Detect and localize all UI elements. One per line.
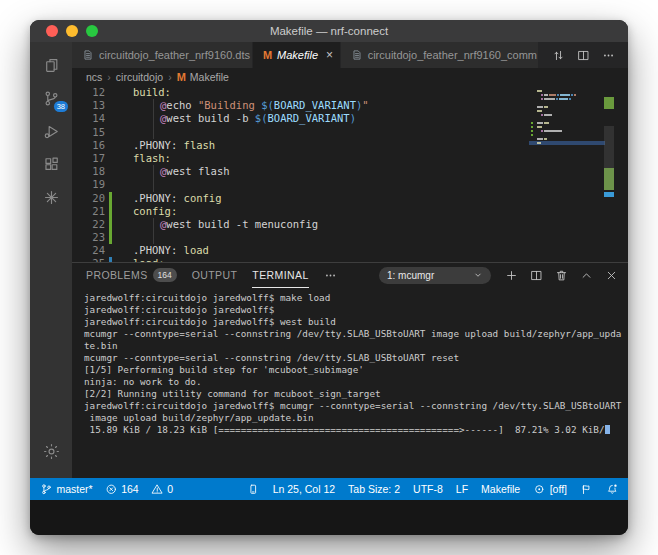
token: config — [184, 192, 222, 204]
close-tab-button[interactable]: × — [326, 48, 333, 62]
code-line-18[interactable]: 18@west flash — [72, 165, 628, 178]
titlebar[interactable]: Makefile — nrf-connect — [30, 20, 628, 42]
code-text: @west flash — [133, 165, 230, 178]
status-git-branch[interactable]: master* — [40, 483, 93, 496]
minimap[interactable] — [537, 90, 601, 146]
token: " — [362, 99, 368, 111]
zoom-window-button[interactable] — [86, 25, 98, 37]
tab-circuitdojo-feather-nrf9160-dts[interactable]: circuitdojo_feather_nrf9160.dts — [72, 42, 253, 68]
minimize-window-button[interactable] — [66, 25, 78, 37]
token: west build -b — [166, 112, 255, 124]
modified-marker — [109, 192, 112, 205]
overview-mark-blue — [604, 192, 614, 197]
token: flash: — [133, 152, 171, 164]
activity-item-extensions[interactable] — [30, 148, 72, 181]
close-window-button[interactable] — [46, 25, 58, 37]
code-text: config: — [133, 205, 177, 218]
terminal-picker[interactable]: 1: mcumgr — [379, 267, 491, 284]
activity-item-nrf-connect[interactable] — [30, 181, 72, 214]
problems-badge: 164 — [153, 268, 177, 282]
token: load: — [133, 257, 165, 262]
token: BOARD_VARIANT — [268, 112, 350, 124]
code-text: .PHONY: load — [133, 244, 209, 257]
terminal[interactable]: jaredwolff:circuitdojo jaredwolff$ make … — [72, 288, 628, 478]
tab-makefile[interactable]: MMakefile× — [253, 42, 341, 68]
flag-icon — [580, 483, 593, 496]
gutter-spacer — [109, 139, 112, 152]
status-device-status[interactable] — [247, 483, 260, 496]
split-editor-icon[interactable] — [577, 49, 590, 62]
status-encoding[interactable]: UTF-8 — [413, 483, 443, 495]
code-line-21[interactable]: 21config: — [72, 205, 628, 218]
status-language-mode[interactable]: Makefile — [481, 483, 520, 495]
vscode-window: Makefile — nrf-connect 38 circuitdojo_fe… — [30, 20, 628, 535]
tab-label: circuitdojo_feather_nrf9160.dts — [99, 49, 250, 61]
token: flash — [184, 139, 216, 151]
terminal-line: image upload build/zephyr/app_update.bin — [84, 412, 628, 424]
kill-terminal-icon[interactable] — [555, 269, 568, 282]
scrollbar[interactable] — [604, 126, 614, 190]
makefile-icon: M — [177, 71, 186, 83]
sync-icon[interactable] — [552, 49, 565, 62]
editor[interactable]: 12build:13@echo "Building $(BOARD_VARIAN… — [72, 86, 628, 262]
status-errors-count[interactable]: 164 — [105, 483, 139, 496]
code-line-19[interactable]: 19 — [72, 178, 628, 191]
code-line-25[interactable]: 25load: — [72, 257, 628, 262]
activity-item-settings[interactable] — [30, 435, 72, 468]
status-notifications[interactable] — [606, 483, 619, 496]
code-line-22[interactable]: 22@west build -t menuconfig — [72, 218, 628, 231]
token: .PHONY: — [133, 192, 184, 204]
code-line-17[interactable]: 17flash: — [72, 152, 628, 165]
breadcrumb-item-circuitdojo[interactable]: circuitdojo — [116, 71, 163, 83]
line-number: 25 — [72, 257, 105, 262]
new-terminal-icon[interactable] — [505, 269, 518, 282]
breadcrumb[interactable]: ncs›circuitdojo›MMakefile — [72, 68, 628, 86]
terminal-line: [1/5] Performing build step for 'mcuboot… — [84, 364, 628, 376]
status-bar: master*1640 Ln 25, Col 12Tab Size: 2UTF-… — [30, 478, 628, 500]
minimap-modified-mark — [531, 126, 533, 128]
gutter-spacer — [109, 86, 112, 99]
terminal-line: mcumgr --conntype=serial --connstring /d… — [84, 328, 628, 340]
cursor-line-marker — [109, 257, 112, 262]
terminal-line: jaredwolff:circuitdojo jaredwolff$ west … — [84, 316, 628, 328]
code-line-20[interactable]: 20.PHONY: config — [72, 192, 628, 205]
minimap-line — [537, 134, 601, 136]
activity-item-source-control[interactable]: 38 — [30, 82, 72, 115]
line-number: 22 — [72, 218, 105, 231]
line-number: 23 — [72, 231, 105, 244]
gutter-spacer — [109, 99, 112, 112]
status-warnings-count[interactable]: 0 — [151, 483, 173, 496]
tab-circuitdojo-feather-nrf9160-comm[interactable]: circuitdojo_feather_nrf9160_comm — [341, 42, 539, 68]
close-panel-icon[interactable] — [605, 269, 618, 282]
status-screencast-mode[interactable]: [off] — [533, 483, 567, 496]
status-cursor-position[interactable]: Ln 25, Col 12 — [273, 483, 335, 495]
status-label: 164 — [121, 483, 139, 495]
status-label: Makefile — [481, 483, 520, 495]
split-terminal-icon[interactable] — [530, 269, 543, 282]
terminal-line: ninja: no work to do. — [84, 376, 628, 388]
overview-mark-green — [604, 97, 614, 109]
activity-item-explorer[interactable] — [30, 49, 72, 82]
breadcrumb-item-ncs[interactable]: ncs — [86, 71, 102, 83]
status-indentation[interactable]: Tab Size: 2 — [348, 483, 400, 495]
indent-guide — [153, 218, 154, 231]
panel-tab-output[interactable]: OUTPUT — [192, 263, 238, 288]
panel-tab-terminal[interactable]: TERMINAL — [252, 263, 308, 288]
terminal-cursor — [605, 425, 610, 434]
maximize-panel-icon[interactable] — [580, 269, 593, 282]
status-label: UTF-8 — [413, 483, 443, 495]
more-actions-icon[interactable] — [602, 49, 615, 62]
tab-bar: circuitdojo_feather_nrf9160.dtsMMakefile… — [72, 42, 628, 68]
code-line-24[interactable]: 24.PHONY: load — [72, 244, 628, 257]
panel-tab-problems[interactable]: PROBLEMS164 — [86, 263, 177, 288]
nrf-connect-icon — [43, 189, 60, 206]
breadcrumb-item-makefile[interactable]: MMakefile — [177, 71, 229, 83]
panel-more-icon[interactable] — [324, 269, 337, 282]
activity-item-run-debug[interactable] — [30, 115, 72, 148]
breadcrumb-label: circuitdojo — [116, 71, 163, 83]
status-feedback[interactable] — [580, 483, 593, 496]
token: $( — [261, 99, 274, 111]
modified-marker — [109, 205, 112, 218]
status-eol-sequence[interactable]: LF — [456, 483, 468, 495]
code-line-23[interactable]: 23 — [72, 231, 628, 244]
